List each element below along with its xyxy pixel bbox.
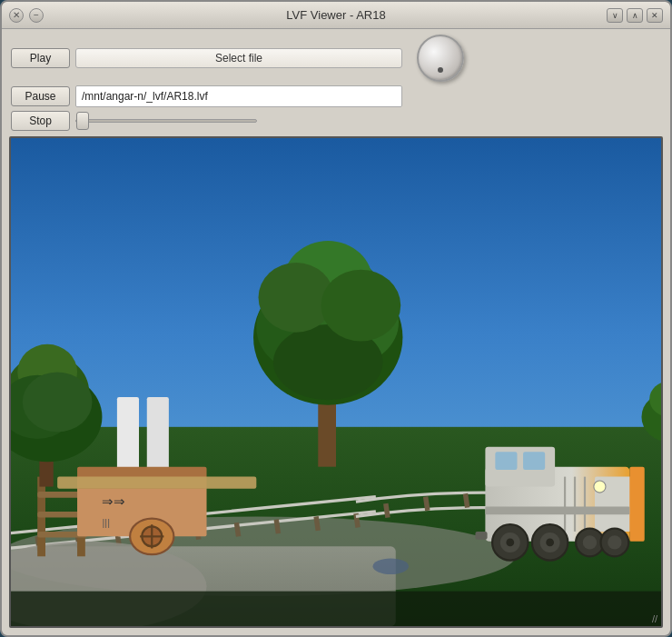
svg-rect-59 <box>629 467 644 542</box>
svg-line-10 <box>236 523 238 536</box>
svg-point-41 <box>23 373 93 433</box>
svg-line-15 <box>426 497 428 511</box>
main-window: ✕ − LVF Viewer - AR18 ∨ ∧ ✕ Play Select … <box>0 0 672 637</box>
scene-svg: ⇒⇒ ||| <box>11 138 661 626</box>
title-bar-left: ✕ − <box>9 8 44 23</box>
expand-icon[interactable]: ∧ <box>627 8 643 23</box>
svg-point-50 <box>321 270 401 342</box>
collapse-icon[interactable]: ∨ <box>607 8 623 23</box>
svg-rect-74 <box>475 532 487 540</box>
toolbar-row-1: Play Select file <box>11 35 661 82</box>
svg-point-73 <box>608 535 621 549</box>
svg-line-12 <box>316 516 318 530</box>
svg-line-16 <box>465 493 467 507</box>
volume-knob-container <box>417 35 464 82</box>
volume-knob[interactable] <box>417 35 464 82</box>
svg-point-66 <box>506 539 514 547</box>
play-button[interactable]: Play <box>11 48 70 68</box>
svg-rect-56 <box>495 452 517 470</box>
select-file-button[interactable]: Select file <box>75 48 402 68</box>
title-bar: ✕ − LVF Viewer - AR18 ∨ ∧ ✕ <box>2 2 670 29</box>
svg-point-77 <box>373 558 409 574</box>
file-path-input[interactable] <box>75 85 402 107</box>
knob-indicator <box>438 67 443 73</box>
title-bar-right: ∨ ∧ ✕ <box>607 8 663 23</box>
svg-rect-57 <box>523 452 545 470</box>
svg-line-11 <box>276 520 278 533</box>
toolbar-row-3: Stop <box>11 111 661 131</box>
svg-rect-35 <box>57 477 256 489</box>
resize-handle[interactable]: // <box>652 614 657 624</box>
svg-rect-63 <box>485 506 629 514</box>
close-icon[interactable]: ✕ <box>9 8 24 23</box>
window-close-icon[interactable]: ✕ <box>647 8 663 23</box>
pause-button[interactable]: Pause <box>11 86 70 106</box>
svg-point-69 <box>546 539 554 547</box>
svg-point-71 <box>583 535 597 549</box>
svg-line-14 <box>386 503 388 517</box>
minimize-icon[interactable]: − <box>29 8 44 23</box>
toolbar: Play Select file Pause Stop <box>2 29 670 136</box>
svg-rect-76 <box>11 592 661 626</box>
svg-text:⇒⇒: ⇒⇒ <box>102 493 125 509</box>
window-title: LVF Viewer - AR18 <box>286 8 385 22</box>
svg-text:|||: ||| <box>102 517 110 528</box>
toolbar-row-2: Pause <box>11 85 661 107</box>
svg-point-75 <box>594 481 606 493</box>
stop-button[interactable]: Stop <box>11 111 70 131</box>
viewport: ⇒⇒ ||| <box>9 136 663 628</box>
speed-slider[interactable] <box>75 119 257 123</box>
